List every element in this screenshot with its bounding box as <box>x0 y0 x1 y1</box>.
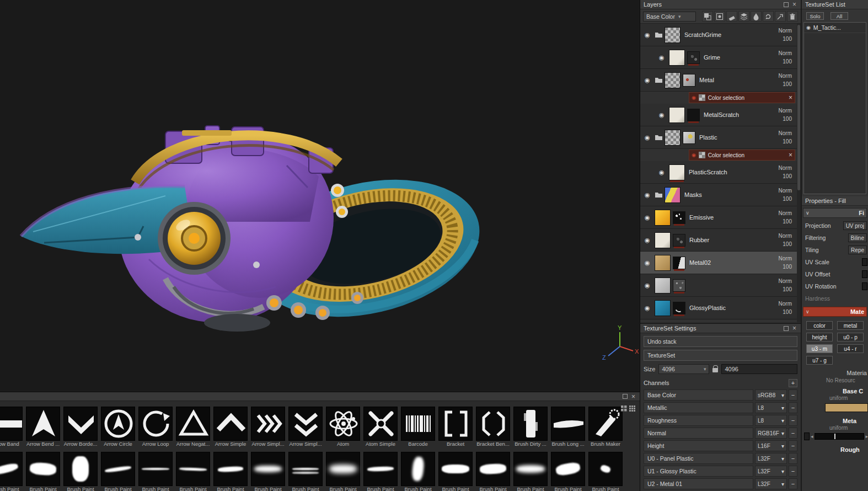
layer-visibility-icon[interactable]: ◉ <box>645 31 655 39</box>
add-paint-layer-icon[interactable] <box>775 11 786 22</box>
uv-offset-input[interactable] <box>862 270 867 278</box>
layer-name[interactable]: Masks <box>684 191 702 198</box>
remove-channel-button[interactable]: − <box>789 478 797 489</box>
layer-blend-opacity[interactable]: Norm100 <box>779 186 792 203</box>
asset-brush-paint[interactable]: Brush Paint <box>25 452 61 491</box>
add-mask-icon[interactable] <box>702 11 713 22</box>
bracket-icon[interactable] <box>438 407 473 441</box>
add-folder-icon[interactable] <box>738 11 749 22</box>
asset-brush-long[interactable]: Brush Long ... <box>550 407 586 447</box>
layer-mask-thumbnail[interactable] <box>673 211 685 224</box>
asset-arrow-simple-double[interactable]: Arrow Simpl... <box>288 407 323 447</box>
layer-blend-opacity[interactable]: Norm100 <box>779 254 792 271</box>
asset-arrow-negative[interactable]: Arrow Negat... <box>175 407 211 447</box>
layer-visibility-icon[interactable]: ◉ <box>645 259 655 266</box>
layer-blend-opacity[interactable]: Norm100 <box>779 277 792 293</box>
asset-bracket[interactable]: Bracket <box>438 407 473 447</box>
asset-brush-paint[interactable]: Brush Paint <box>138 452 173 491</box>
layer-thumbnail[interactable] <box>655 255 671 271</box>
tiling-dropdown[interactable]: Repe <box>848 245 867 254</box>
group-mask-thumbnail[interactable] <box>665 130 681 146</box>
slider-decrement-icon[interactable]: ◂ <box>811 434 813 439</box>
base-color-section-label[interactable]: Base C <box>843 388 868 394</box>
effect-name[interactable]: Color selection <box>708 152 744 158</box>
3d-model-drone[interactable] <box>0 0 640 392</box>
bracket-bent-icon[interactable] <box>476 407 510 441</box>
layer-mask-thumbnail[interactable] <box>673 234 685 247</box>
layer-row-metal[interactable]: ◉ Metal Norm100 <box>640 69 801 92</box>
material-section-header[interactable]: ∨ Mate <box>803 307 867 317</box>
channel-name[interactable]: U1 - Glossy Plastic <box>644 466 753 477</box>
layer-name[interactable]: GlossyPlastic <box>689 305 726 311</box>
layer-blend-opacity[interactable]: Norm100 <box>779 164 792 180</box>
layer-thumbnail[interactable] <box>665 187 681 203</box>
layer-thumbnail[interactable] <box>655 210 671 226</box>
layer-mask-thumbnail[interactable] <box>687 51 700 64</box>
layer-row-rubber[interactable]: ◉ Rubber Norm100 <box>640 229 801 252</box>
layer-thumbnail[interactable] <box>669 50 685 66</box>
float-panel-icon[interactable] <box>784 2 789 7</box>
arrow-double-chevron-icon[interactable] <box>288 407 323 441</box>
layer-row-plastic[interactable]: ◉ Plastic Norm100 <box>640 126 801 149</box>
brush-long-icon[interactable] <box>551 407 585 441</box>
layer-blend-opacity[interactable]: Norm100 <box>779 300 792 316</box>
asset-brush-dirty[interactable]: Brush Dirty ... <box>513 407 548 447</box>
projection-dropdown[interactable]: UV proj <box>843 221 867 230</box>
all-button[interactable]: All <box>831 12 848 20</box>
effect-enabled-icon[interactable]: ◉ <box>692 152 696 158</box>
fill-section-header[interactable]: ∨ Fi <box>803 208 867 218</box>
group-mask-thumbnail[interactable] <box>665 27 681 43</box>
channel-filter-dropdown[interactable]: Base Color ▾ <box>643 12 696 22</box>
close-panel-icon[interactable]: × <box>630 394 636 399</box>
metallic-mode[interactable]: uniform <box>829 425 868 431</box>
asset-atom-simple[interactable]: Atom Simple <box>363 407 398 447</box>
group-mask-thumbnail[interactable] <box>665 72 681 88</box>
asset-arrow-simple-triple[interactable]: Arrow Simpl... <box>250 407 286 447</box>
layer-thumbnail[interactable] <box>655 277 671 293</box>
layer-visibility-icon[interactable]: ◉ <box>659 169 669 176</box>
remove-channel-button[interactable]: − <box>789 466 797 477</box>
delete-layer-icon[interactable] <box>787 11 798 22</box>
layer-thumbnail[interactable] <box>655 300 671 316</box>
arrow-simple-icon[interactable] <box>213 407 248 441</box>
asset-arrow-simple[interactable]: Arrow Simple <box>213 407 248 447</box>
channel-format-dropdown[interactable]: L8▾ <box>755 402 787 413</box>
grid-small-icon[interactable] <box>629 405 635 412</box>
asset-brush-paint[interactable]: Brush Paint <box>0 452 23 491</box>
layer-blend-opacity[interactable]: Norm100 <box>779 209 792 226</box>
base-color-mode[interactable]: uniform <box>829 395 868 401</box>
metallic-slider[interactable] <box>815 433 865 440</box>
barcode-icon[interactable] <box>401 407 435 441</box>
asset-brush-paint[interactable]: Brush Paint <box>400 452 436 491</box>
layer-name[interactable]: PlasticScratch <box>689 169 727 175</box>
asset-arrow-bend[interactable]: Arrow Bend ... <box>25 407 61 447</box>
remove-channel-button[interactable]: − <box>789 453 797 464</box>
layer-visibility-icon[interactable]: ◉ <box>645 191 655 199</box>
layer-visibility-icon[interactable]: ◉ <box>645 237 655 244</box>
float-panel-icon[interactable] <box>623 394 628 399</box>
atom-icon[interactable] <box>326 407 360 441</box>
layer-row-emissive[interactable]: ◉ Emissive Norm100 <box>640 206 801 229</box>
remove-channel-button[interactable]: − <box>789 415 797 426</box>
textureset-list-item[interactable]: ◉ M_Tactic... <box>804 23 866 33</box>
layer-row-scratchgrime[interactable]: ◉ ScratchGrime Norm100 <box>640 24 801 46</box>
radio-icon[interactable]: ◉ <box>806 25 811 30</box>
asset-brush-paint[interactable]: Brush Paint <box>550 452 586 491</box>
channel-name[interactable]: Height <box>644 440 753 451</box>
channel-format-dropdown[interactable]: L8▾ <box>755 415 787 426</box>
filtering-dropdown[interactable]: Biline <box>848 233 867 242</box>
channel-format-dropdown[interactable]: L32F▾ <box>755 453 787 464</box>
add-fill-layer-icon[interactable] <box>751 11 762 22</box>
remove-channel-button[interactable]: − <box>789 389 797 401</box>
arrow-triple-chevron-icon[interactable] <box>251 407 285 441</box>
arrow-band-icon[interactable] <box>0 407 23 441</box>
uv-rotation-input[interactable] <box>862 282 867 290</box>
channel-name[interactable]: Normal <box>644 428 753 439</box>
layer-name[interactable]: Grime <box>704 54 720 61</box>
slider-increment-icon[interactable]: ▸ <box>865 434 868 439</box>
asset-brush-paint[interactable]: Brush Paint <box>250 452 286 491</box>
add-black-mask-icon[interactable] <box>714 11 725 22</box>
size-value-field[interactable]: 4096 <box>721 364 797 374</box>
layer-mask-thumbnail[interactable] <box>673 302 685 314</box>
channel-format-dropdown[interactable]: L16F▾ <box>755 440 787 451</box>
